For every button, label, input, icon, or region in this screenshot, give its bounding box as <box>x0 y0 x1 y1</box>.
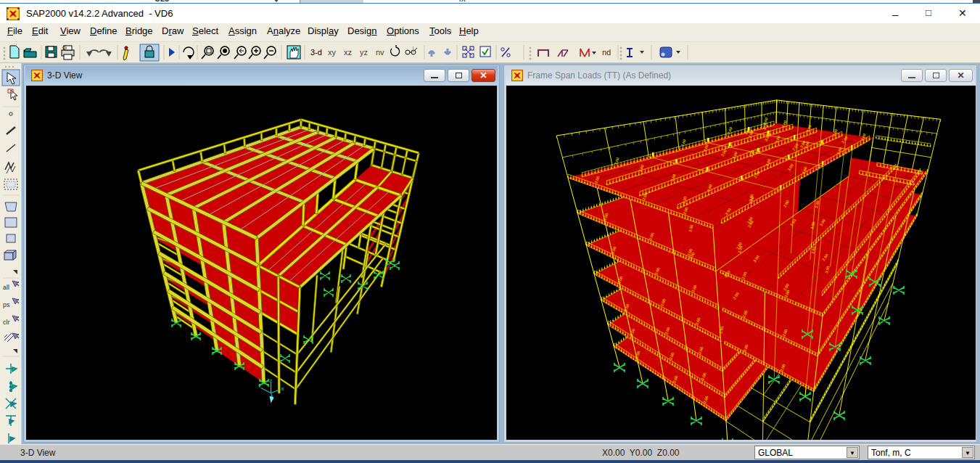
svg-text:nd: nd <box>602 48 611 57</box>
svg-text:xy: xy <box>328 48 337 57</box>
svg-text:yz: yz <box>360 48 368 57</box>
svg-text:X: X <box>281 387 284 391</box>
svg-text:G: G <box>62 44 67 51</box>
svg-text:2.60: 2.60 <box>680 139 686 147</box>
svg-text:Z: Z <box>270 379 273 383</box>
svg-text:xz: xz <box>344 48 352 57</box>
svg-text:2.60: 2.60 <box>726 126 733 134</box>
svg-text:clr: clr <box>3 319 10 326</box>
svg-text:3-d: 3-d <box>310 48 322 57</box>
svg-text:nv: nv <box>376 48 384 57</box>
svg-text:2.60: 2.60 <box>613 157 619 165</box>
svg-text:ps: ps <box>3 301 10 308</box>
svg-text:all: all <box>3 284 9 291</box>
svg-text:Y: Y <box>258 384 261 388</box>
